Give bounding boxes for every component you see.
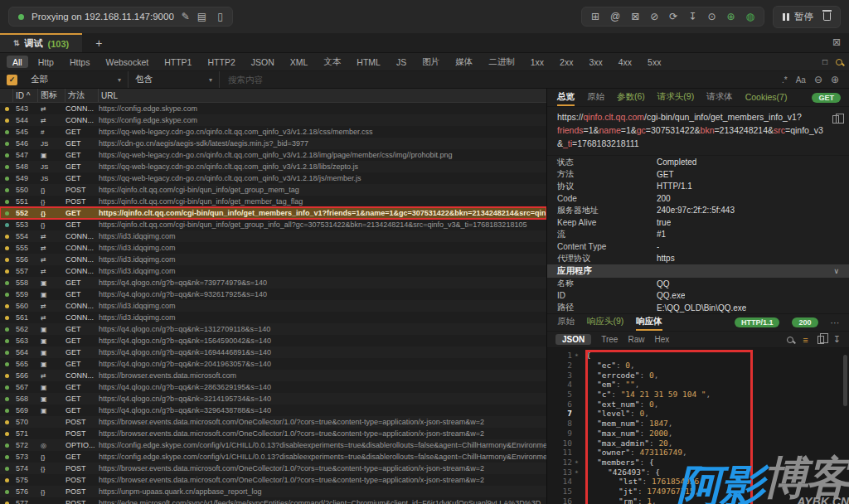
table-row-563[interactable]: 563▣GEThttps://q4.qlogo.cn/g?b=qq&nk=156…	[0, 335, 546, 346]
table-row-566[interactable]: 566⇄CONN...https://browser.events.data.m…	[0, 370, 546, 381]
filter-chip-图片[interactable]: 图片	[416, 55, 445, 69]
download-body-icon[interactable]: ↧	[833, 334, 841, 345]
request-tab[interactable]: 总览	[557, 89, 575, 106]
filter-chip-5xx[interactable]: 5xx	[642, 56, 667, 68]
filter-chip-websocket[interactable]: Websocket	[99, 56, 154, 68]
table-row-575[interactable]: 575POSThttps://browser.events.data.micro…	[0, 474, 546, 486]
fold-icon[interactable]: ∗	[572, 458, 581, 468]
zoom-in-icon[interactable]: ⊕	[831, 74, 839, 85]
table-row-550[interactable]: 550{}POSThttps://qinfo.clt.qq.com/cgi-bi…	[0, 184, 546, 196]
filter-chip-js[interactable]: JS	[391, 56, 412, 68]
table-row-558[interactable]: 558▣GEThttps://q4.qlogo.cn/g?b=qq&nk=739…	[0, 277, 546, 288]
body-tab-raw[interactable]: Raw	[628, 335, 644, 344]
fold-icon[interactable]: ∗	[572, 468, 581, 477]
structure-icon[interactable]: ⊞	[591, 12, 599, 22]
filter-chip-all[interactable]: All	[7, 56, 28, 68]
filter-chip-https[interactable]: Https	[64, 56, 96, 68]
match-case-toggle[interactable]: Aa	[796, 75, 806, 85]
table-row-561[interactable]: 561⇄CONN...https://id3.idqqimg.com	[0, 312, 546, 323]
tab-debug[interactable]: ⇅ 调试(103)	[0, 33, 82, 52]
table-row-549[interactable]: 549JSGEThttps://qq-web-legacy.cdn-go.cn/…	[0, 172, 546, 184]
table-row-574[interactable]: 574{}POSThttps://browser.events.data.mic…	[0, 463, 546, 474]
table-row-556[interactable]: 556⇄CONN...https://id3.idqqimg.com	[0, 254, 546, 265]
search-input[interactable]	[220, 75, 782, 85]
pause-button[interactable]: 暂停	[783, 11, 813, 23]
request-tab[interactable]: Cookies(7)	[745, 89, 788, 106]
table-row-548[interactable]: 548JSGEThttps://qq-web-legacy.cdn-go.cn/…	[0, 161, 546, 172]
new-tab-button[interactable]: +	[82, 33, 115, 52]
table-row-564[interactable]: 564▣GEThttps://q4.qlogo.cn/g?b=qq&nk=169…	[0, 346, 546, 358]
refresh-icon[interactable]: ⟳	[669, 12, 677, 22]
body-tab-tree[interactable]: Tree	[601, 335, 618, 344]
filter-chip-http2[interactable]: HTTP2	[201, 56, 240, 68]
table-row-554[interactable]: 554⇄CONN...https://id3.idqqimg.com	[0, 230, 546, 242]
scrollbar-thumb[interactable]	[843, 355, 847, 406]
format-icon[interactable]: ≡	[803, 335, 808, 345]
history-icon[interactable]: ⊙	[707, 12, 716, 22]
application-section-header[interactable]: 应用程序 ∨	[547, 264, 849, 278]
table-row-568[interactable]: 568▣GEThttps://q4.qlogo.cn/g?b=qq&nk=321…	[0, 393, 546, 405]
filter-chip-3xx[interactable]: 3xx	[583, 56, 608, 68]
filter-chip-json[interactable]: JSON	[245, 56, 280, 68]
table-row-559[interactable]: 559▣GEThttps://q4.qlogo.cn/g?b=qq&nk=932…	[0, 288, 546, 300]
regex-toggle[interactable]: .*	[782, 75, 788, 85]
table-row-576[interactable]: 576{}POSThttps://unpm-upaas.quark.cn/app…	[0, 486, 546, 497]
clear-sessions-icon[interactable]	[823, 12, 831, 21]
table-row-571[interactable]: 571POSThttps://browser.events.data.micro…	[0, 428, 546, 439]
zoom-out-icon[interactable]: ⊖	[814, 74, 822, 85]
body-tab-hex[interactable]: Hex	[654, 335, 669, 344]
table-row-547[interactable]: 547▣GEThttps://qq-web-legacy.cdn-go.cn/q…	[0, 149, 546, 161]
search-body-icon[interactable]	[787, 337, 793, 343]
column-url[interactable]: URL	[99, 89, 546, 102]
response-tab[interactable]: 响应体	[636, 314, 662, 331]
network-off-icon[interactable]: ⊠	[631, 12, 639, 22]
match-dropdown[interactable]: 包含 ▾	[129, 71, 220, 88]
filter-chip-http1[interactable]: HTTP1	[158, 56, 197, 68]
search-icon[interactable]	[836, 59, 842, 65]
filter-chip-2xx[interactable]: 2xx	[554, 56, 579, 68]
filter-chip-html[interactable]: HTML	[351, 56, 386, 68]
copy-body-icon[interactable]	[817, 336, 824, 344]
globe-icon[interactable]: ◍	[746, 12, 754, 22]
table-row-570[interactable]: 570POSThttps://browser.events.data.micro…	[0, 416, 546, 428]
table-row-569[interactable]: 569▣GEThttps://q4.qlogo.cn/g?b=qq&nk=329…	[0, 405, 546, 416]
table-row-545[interactable]: 545#GEThttps://qq-web-legacy.cdn-go.cn/q…	[0, 126, 546, 138]
filter-chip-二进制[interactable]: 二进制	[483, 55, 521, 69]
table-row-553[interactable]: 553{}GEThttps://qinfo.clt.qq.com/cgi-bin…	[0, 219, 546, 230]
filter-chip-4xx[interactable]: 4xx	[613, 56, 638, 68]
proxy-grid-icon[interactable]: ⊕	[726, 12, 735, 22]
table-row-572[interactable]: 572◎OPTIO...https://config.edge.skype.co…	[0, 439, 546, 451]
table-row-573[interactable]: 573{}GEThttps://config.edge.skype.com/co…	[0, 451, 546, 463]
fold-icon[interactable]: ∗	[572, 351, 581, 361]
table-row-555[interactable]: 555⇄CONN...https://id3.idqqimg.com	[0, 242, 546, 254]
no-image-icon[interactable]: ⊠	[832, 36, 841, 48]
certificate-icon[interactable]: ▤	[197, 12, 206, 22]
scope-dropdown[interactable]: 全部 ▾	[24, 71, 129, 88]
response-tab[interactable]: 响应头(9)	[587, 314, 623, 331]
table-row-546[interactable]: 546JSGEThttps://cdn-go.cn/aegis/aegis-sd…	[0, 138, 546, 149]
filter-chip-媒体[interactable]: 媒体	[449, 55, 478, 69]
table-row-551[interactable]: 551{}POSThttps://qinfo.clt.qq.com/cgi-bi…	[0, 196, 546, 207]
column-method[interactable]: 方法	[65, 89, 99, 102]
table-row-552[interactable]: 552{}GEThttps://qinfo.clt.qq.com/cgi-bin…	[0, 207, 546, 219]
request-tab[interactable]: 请求体	[706, 89, 733, 106]
response-more-icon[interactable]: ⋯	[831, 317, 840, 327]
mention-icon[interactable]: @	[610, 12, 620, 22]
notifications-off-icon[interactable]: ⊘	[650, 12, 658, 22]
table-row-557[interactable]: 557⇄CONN...https://id3.idqqimg.com	[0, 265, 546, 277]
response-tab[interactable]: 原始	[557, 314, 575, 331]
filter-chip-1xx[interactable]: 1xx	[525, 56, 550, 68]
request-tab[interactable]: 请求头(9)	[657, 89, 694, 106]
json-viewer[interactable]: 1∗{2 "ec": 0,3 "errcode": 0,4 "em": "",5…	[547, 348, 849, 504]
table-row-565[interactable]: 565▣GEThttps://q4.qlogo.cn/g?b=qq&nk=204…	[0, 358, 546, 370]
table-row-560[interactable]: 560⇄CONN...https://id3.idqqimg.com	[0, 300, 546, 312]
body-tab-json[interactable]: JSON	[555, 334, 591, 345]
edit-proxy-icon[interactable]: ✎	[182, 12, 190, 22]
table-row-567[interactable]: 567▣GEThttps://q4.qlogo.cn/g?b=qq&nk=286…	[0, 381, 546, 393]
request-tab[interactable]: 原始	[587, 89, 604, 106]
request-tab[interactable]: 参数(6)	[617, 89, 645, 106]
filter-chip-文本[interactable]: 文本	[318, 55, 347, 69]
filter-chip-xml[interactable]: XML	[284, 56, 314, 68]
filter-chip-http[interactable]: Http	[32, 56, 60, 68]
table-row-544[interactable]: 544⇄CONN...https://config.edge.skype.com	[0, 114, 546, 126]
